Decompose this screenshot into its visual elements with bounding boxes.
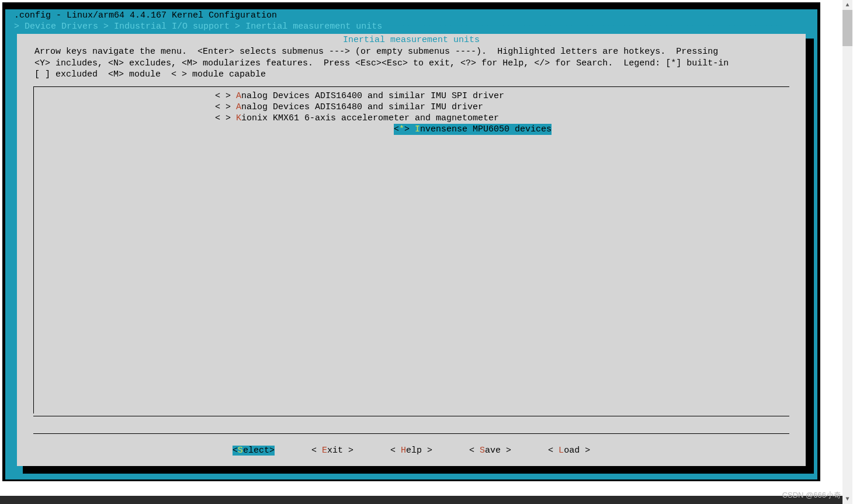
breadcrumb-item-0[interactable]: Device Drivers (25, 22, 98, 32)
horizontal-scrollbar-track[interactable] (0, 496, 843, 504)
menu-item-selected[interactable]: <*> Invensense MPU6050 devices (34, 124, 552, 135)
watermark: CSDN @666小奇 (782, 490, 841, 500)
save-button[interactable]: < Save > (469, 446, 511, 456)
menu-item[interactable]: < > Analog Devices ADIS16480 and similar… (34, 102, 789, 113)
scroll-down-icon[interactable]: ▼ (842, 494, 852, 504)
vertical-scrollbar[interactable]: ▲ ▼ (842, 0, 852, 504)
scroll-thumb[interactable] (842, 10, 852, 46)
panel-title: Inertial measurement units (17, 34, 806, 45)
config-title: .config - Linux/arm64 4.4.167 Kernel Con… (5, 9, 817, 22)
main-panel: Inertial measurement units Arrow keys na… (17, 34, 806, 466)
help-button[interactable]: < Help > (390, 446, 432, 456)
breadcrumb-arrow: > (9, 22, 25, 32)
terminal-background: .config - Linux/arm64 4.4.167 Kernel Con… (5, 9, 817, 479)
exit-button[interactable]: < Exit > (311, 446, 353, 456)
menu-list[interactable]: < > Analog Devices ADIS16400 and similar… (33, 86, 789, 413)
terminal-window: .config - Linux/arm64 4.4.167 Kernel Con… (2, 2, 820, 481)
bottom-button-bar: <Select> < Exit > < Help > < Save > < Lo… (33, 433, 789, 456)
select-button[interactable]: <Select> (233, 446, 275, 456)
breadcrumb: > Device Drivers > Industrial I/O suppor… (5, 22, 817, 34)
help-text: Arrow keys navigate the menu. <Enter> se… (17, 45, 806, 86)
menu-item[interactable]: < > Kionix KMX61 6-axis accelerometer an… (34, 113, 789, 124)
bottom-rule (33, 416, 789, 416)
breadcrumb-item-2[interactable]: Inertial measurement units (245, 22, 382, 32)
load-button[interactable]: < Load > (548, 446, 590, 456)
menu-item[interactable]: < > Analog Devices ADIS16400 and similar… (34, 91, 789, 102)
breadcrumb-item-1[interactable]: Industrial I/O support (114, 22, 230, 32)
scroll-up-icon[interactable]: ▲ (842, 0, 852, 10)
